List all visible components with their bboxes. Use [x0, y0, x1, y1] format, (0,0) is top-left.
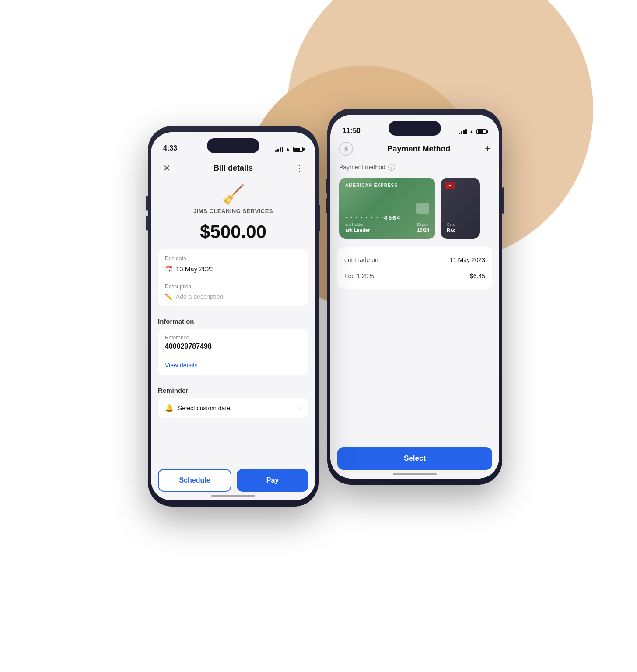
card-dark-dots: · · ·: [447, 184, 461, 190]
card-dark-label: Card: [447, 222, 455, 227]
card-expiry-label: Expiry: [417, 222, 429, 227]
due-date-field: 📅 13 May 2023: [165, 265, 301, 273]
signal-bar-1: [459, 133, 460, 134]
card-number: · · · · · · · ·4564: [345, 214, 401, 221]
select-btn-container: Select: [337, 447, 492, 470]
due-date-value: 13 May 2023: [176, 265, 214, 273]
card-dark[interactable]: ✦ · · · Card Rac: [441, 178, 480, 239]
bill-nav-title: Bill details: [214, 164, 253, 173]
info-card: Reference 400029787498 View details: [158, 329, 308, 375]
signal-icon-back: [459, 129, 467, 134]
card-dark-name: Rac: [447, 228, 455, 233]
signal-icon-front: [275, 147, 283, 152]
more-options-button[interactable]: ⋮: [293, 161, 307, 175]
payment-made-label: ent made on: [344, 256, 378, 263]
payment-method-label-text: Payment method: [339, 164, 385, 171]
payment-divider: [344, 268, 485, 268]
merchant-name: JIMS CLEANING SERVICES: [193, 208, 273, 214]
close-icon: ✕: [163, 163, 171, 173]
description-label: Description: [165, 284, 301, 290]
volume-down-btn: [326, 198, 327, 213]
calendar-icon: 📅: [165, 266, 172, 273]
select-button[interactable]: Select: [337, 447, 492, 470]
home-indicator-back: [393, 473, 437, 475]
status-time-back: 11:50: [343, 127, 360, 135]
reminder-left: 🔔 Select custom date: [165, 404, 230, 412]
description-field[interactable]: ✏️ Add a description: [165, 293, 301, 300]
front-vol-up-btn: [146, 196, 148, 211]
merchant-section: 🧹 JIMS CLEANING SERVICES: [151, 180, 315, 221]
front-signal-bar-3: [280, 147, 281, 152]
battery-icon-front: [293, 147, 303, 152]
merchant-avatar: 🧹: [222, 184, 245, 205]
add-card-icon[interactable]: +: [485, 143, 490, 154]
bell-icon: 🔔: [165, 404, 174, 412]
signal-bar-3: [463, 130, 465, 134]
phones-container: 11:50 ▲ $: [122, 74, 515, 598]
dollar-icon[interactable]: $: [339, 142, 353, 156]
payment-nav-title: Payment Method: [353, 144, 485, 154]
wifi-icon-back: ▲: [469, 129, 474, 135]
fee-row: Fee 1.29% $6.45: [344, 269, 485, 283]
reminder-card[interactable]: 🔔 Select custom date ›: [158, 398, 308, 418]
close-button[interactable]: ✕: [160, 161, 174, 175]
wifi-icon-front: ▲: [285, 146, 290, 152]
bill-nav: ✕ Bill details ⋮: [151, 156, 315, 180]
phone-bill-details: 4:33 ▲: [148, 126, 318, 507]
reminder-text: Select custom date: [178, 405, 230, 412]
front-signal-bar-2: [277, 149, 279, 152]
info-section-header: Information: [151, 311, 315, 329]
pencil-icon: ✏️: [165, 293, 172, 300]
dynamic-island-front: [207, 138, 259, 153]
due-date-label: Due date: [165, 256, 301, 262]
card-amex-network: AMERICAN EXPRESS: [345, 183, 398, 188]
card-expiry-info: Expiry 10/24: [417, 222, 429, 233]
pay-button[interactable]: Pay: [237, 469, 308, 492]
info-icon[interactable]: i: [388, 164, 395, 171]
bill-amount: $500.00: [151, 221, 315, 242]
card-chip: [416, 203, 429, 214]
fee-value: $6.45: [470, 273, 485, 280]
fee-label: Fee 1.29%: [344, 273, 374, 280]
payment-nav: $ Payment Method +: [330, 138, 499, 160]
bill-details-screen: ✕ Bill details ⋮ 🧹 JIMS CLEANING SERVICE…: [151, 156, 315, 500]
bill-actions: Schedule Pay: [151, 469, 315, 492]
field-divider: [165, 278, 301, 278]
front-power-btn: [318, 205, 320, 231]
status-icons-front: ▲: [275, 146, 303, 152]
payment-section-label: Payment method i: [330, 160, 499, 174]
phone-payment-method: 11:50 ▲ $: [327, 108, 502, 485]
view-details-link[interactable]: View details: [165, 362, 197, 369]
battery-fill-back: [478, 130, 483, 133]
description-placeholder: Add a description: [176, 293, 223, 300]
payment-made-date: 11 May 2023: [450, 256, 485, 263]
signal-bar-2: [461, 131, 462, 134]
card-holder-name: ark Lender: [345, 228, 370, 233]
reminder-section-header: Reminder: [151, 380, 315, 398]
payment-screen: 11:50 ▲ $: [330, 115, 499, 479]
card-info-row: ard Holder ark Lender Expiry 10/24: [345, 222, 429, 233]
volume-up-btn: [326, 178, 327, 193]
card-amex[interactable]: AMERICAN EXPRESS · · · · · · · ·4564 ard…: [339, 178, 435, 239]
schedule-button[interactable]: Schedule: [158, 469, 231, 492]
bill-screen: 4:33 ▲: [151, 132, 315, 500]
battery-icon-back: [476, 129, 487, 134]
power-btn: [502, 187, 504, 214]
payment-method-screen: $ Payment Method + Payment method i AMER…: [330, 138, 499, 479]
signal-bar-4: [466, 129, 467, 134]
ref-divider: [165, 356, 301, 356]
front-vol-down-btn: [146, 216, 148, 231]
reference-value: 400029787498: [165, 343, 301, 350]
cards-scroll[interactable]: AMERICAN EXPRESS · · · · · · · ·4564 ard…: [330, 174, 499, 242]
dynamic-island-back: [388, 121, 441, 136]
reference-label: Reference: [165, 335, 301, 341]
due-date-card: Due date 📅 13 May 2023 Description ✏️ Ad…: [158, 249, 308, 306]
status-time-front: 4:33: [163, 144, 177, 152]
payment-made-row: ent made on 11 May 2023: [344, 253, 485, 267]
chevron-right-icon: ›: [299, 405, 301, 412]
payment-info-section: ent made on 11 May 2023 Fee 1.29% $6.45: [337, 247, 492, 289]
card-holder-label: ard Holder: [345, 222, 370, 227]
more-dots-icon: ⋮: [295, 163, 304, 173]
card-holder-info: ard Holder ark Lender: [345, 222, 370, 233]
home-indicator-front: [211, 495, 255, 497]
